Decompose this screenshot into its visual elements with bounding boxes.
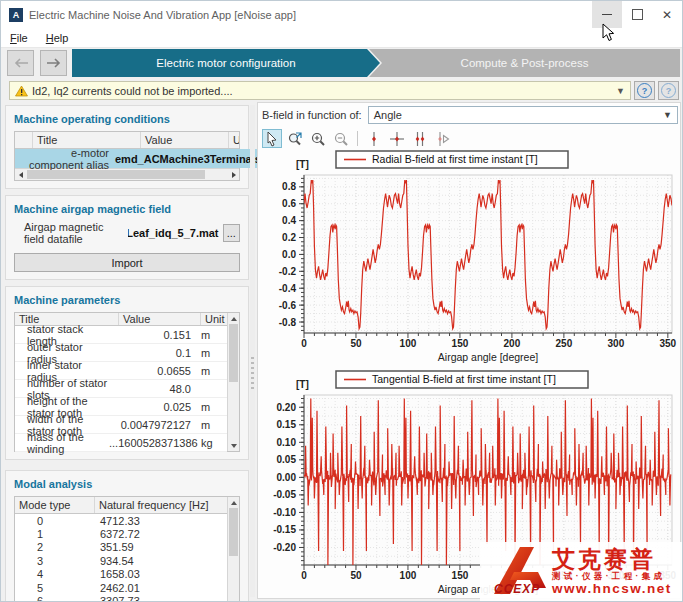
svg-text:0.0: 0.0	[282, 249, 296, 260]
scroll-down-icon[interactable]	[228, 440, 239, 451]
svg-text:0: 0	[301, 570, 307, 581]
logo-text: CCEXP	[494, 582, 540, 596]
param-title: mass of the winding	[15, 431, 109, 455]
modal-analysis-table: Mode type Natural frequency [Hz] 04712.3…	[14, 496, 240, 602]
svg-text:Tangential B-field at first ti: Tangential B-field at first time instant…	[372, 373, 556, 385]
svg-text:[T]: [T]	[296, 159, 309, 170]
table-row[interactable]: 04712.33	[15, 514, 227, 527]
context-help-button[interactable]: ?	[658, 81, 679, 100]
app-icon: A	[9, 8, 23, 22]
mode-type: 5	[15, 582, 95, 594]
svg-text:0.20: 0.20	[277, 402, 297, 413]
svg-text:0.8: 0.8	[282, 181, 296, 192]
scrollbar-thumb[interactable]	[27, 170, 205, 179]
svg-text:-0.10: -0.10	[273, 507, 296, 518]
tab-electric-motor-configuration[interactable]: Electric motor configuration	[72, 49, 380, 77]
column-value: Value	[141, 132, 229, 148]
plot-panel: B-field in function of: Angle ▼	[257, 102, 681, 599]
watermark-url: www.hncsw.net	[552, 582, 682, 596]
svg-text:0.00: 0.00	[277, 472, 297, 483]
chevron-down-icon[interactable]: ▼	[616, 86, 625, 96]
cursor-single-tool-button[interactable]	[364, 129, 384, 148]
scrollbar-thumb[interactable]	[229, 324, 238, 382]
svg-text:0.6: 0.6	[282, 198, 296, 209]
cursor-cross-tool-button[interactable]	[387, 129, 407, 148]
svg-text:-0.6: -0.6	[279, 300, 297, 311]
radial-bfield-chart[interactable]: 050100150200250300350-0.8-0.6-0.4-0.20.0…	[258, 149, 679, 367]
mode-type: 6	[15, 595, 95, 602]
cursor-single-icon	[366, 131, 382, 147]
horizontal-scrollbar[interactable]	[15, 168, 239, 180]
table-row[interactable]: 16372.72	[15, 527, 227, 540]
section-machine-parameters: Machine parameters Title Value Unit stat…	[5, 286, 249, 460]
param-value: 48.0	[109, 383, 196, 395]
bfield-function-select[interactable]: Angle ▼	[368, 106, 678, 124]
svg-text:0.15: 0.15	[277, 419, 297, 430]
mode-type: 3	[15, 555, 95, 567]
svg-text:0.05: 0.05	[277, 454, 297, 465]
scrollbar-thumb[interactable]	[229, 508, 238, 556]
zoom-out-tool-button[interactable]	[331, 129, 351, 148]
warning-icon	[15, 85, 28, 97]
table-row[interactable]: 41658.03	[15, 568, 227, 581]
help-icon: ?	[637, 83, 652, 98]
context-help-icon: ?	[661, 83, 676, 98]
mode-type: 4	[15, 568, 95, 580]
cursor-arrow-icon	[264, 131, 280, 147]
svg-text:300: 300	[608, 338, 625, 349]
svg-text:0: 0	[301, 338, 307, 349]
zoom-dynamic-tool-button[interactable]	[285, 129, 305, 148]
column-unit: Unit	[201, 313, 227, 325]
column-unit: U	[229, 132, 239, 148]
back-button[interactable]	[7, 50, 34, 76]
help-button[interactable]: ?	[634, 81, 655, 100]
app-window: { "window": { "title": "Electric Machine…	[0, 0, 683, 602]
title-bar: A Electric Machine Noise And Vibration A…	[1, 1, 682, 28]
table-row[interactable]: 2351.59	[15, 541, 227, 554]
cursor-double-tool-button[interactable]	[410, 129, 430, 148]
select-tool-button[interactable]	[262, 129, 282, 148]
section-title: Machine airgap magnetic field	[14, 203, 240, 215]
close-button[interactable]: ✕	[652, 1, 682, 28]
warning-text: Id2, Iq2 currents could not be imported.…	[32, 85, 233, 97]
zoom-dynamic-icon	[287, 131, 303, 147]
svg-text:-0.05: -0.05	[273, 489, 296, 500]
svg-text:-0.20: -0.20	[273, 542, 296, 553]
table-row[interactable]: e-motor component alias emd_ACMachine3Te…	[15, 149, 239, 168]
table-row[interactable]: 63307.73	[15, 594, 227, 602]
scroll-up-icon[interactable]	[228, 497, 239, 508]
svg-text:100: 100	[400, 570, 417, 581]
vendor-watermark: CCEXP 艾克赛普 测 试 · 仪 器 · 工 程 · 集 成 www.hnc…	[480, 542, 682, 601]
section-operating-conditions: Machine operating conditions Title Value…	[5, 105, 249, 189]
param-unit: m	[196, 401, 227, 413]
table-row[interactable]: mass of the winding...1600528371386kg	[15, 434, 227, 452]
natural-frequency: 3307.73	[95, 595, 227, 602]
tab-compute-post-process[interactable]: Compute & Post-process	[369, 49, 680, 77]
warning-message-combobox[interactable]: Id2, Iq2 currents could not be imported.…	[9, 81, 631, 100]
import-button[interactable]: Import	[14, 253, 240, 272]
menu-help[interactable]: Help	[37, 32, 78, 44]
forward-button[interactable]	[40, 50, 67, 76]
scroll-up-icon[interactable]	[228, 313, 239, 324]
minimize-icon	[602, 14, 612, 15]
param-value: 0.0655	[109, 365, 196, 377]
table-row[interactable]: 3934.54	[15, 554, 227, 567]
maximize-button[interactable]	[622, 1, 652, 28]
selected-option: Angle	[374, 109, 402, 121]
zoom-in-tool-button[interactable]	[308, 129, 328, 148]
vertical-scrollbar[interactable]	[227, 313, 239, 451]
param-value: 0.025	[109, 401, 196, 413]
cursor-cross-icon	[389, 131, 405, 147]
browse-button[interactable]: ...	[223, 224, 240, 242]
vertical-scrollbar[interactable]	[227, 497, 239, 602]
menu-file[interactable]: File	[1, 32, 37, 44]
svg-text:350: 350	[659, 338, 676, 349]
svg-text:0.4: 0.4	[282, 215, 296, 226]
scroll-right-icon[interactable]	[228, 169, 239, 180]
svg-text:50: 50	[350, 338, 362, 349]
table-row[interactable]: 52462.01	[15, 581, 227, 594]
scroll-left-icon[interactable]	[15, 169, 26, 180]
param-unit: m	[196, 347, 227, 359]
cursor-play-tool-button[interactable]	[433, 129, 453, 148]
panel-splitter[interactable]	[250, 105, 255, 597]
